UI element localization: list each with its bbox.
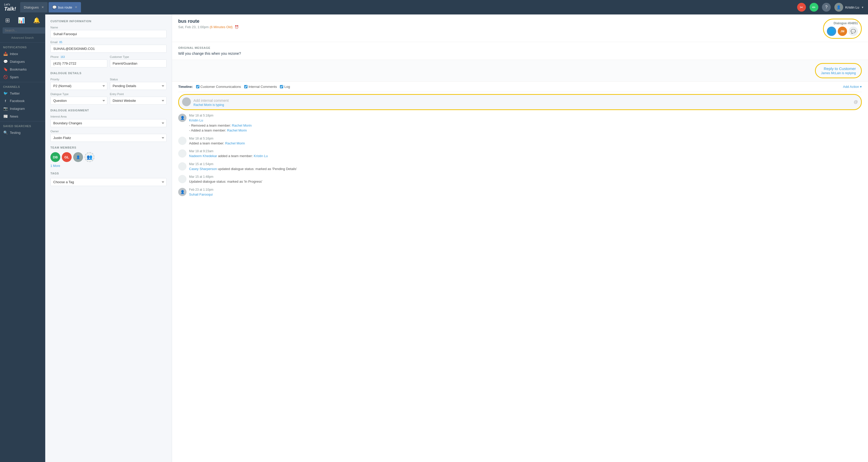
entry-time: Mar 15 at 1:54pm	[189, 162, 862, 166]
entry-time: Mar 15 at 1:48pm	[189, 175, 862, 178]
phone-input[interactable]	[51, 59, 107, 67]
scissors-icon[interactable]: ✂	[797, 3, 806, 12]
interest-area-select[interactable]: Boundary Changes	[51, 119, 166, 127]
sidebar-item-instagram[interactable]: 📷 Instagram	[0, 105, 45, 112]
filter-log[interactable]: Log	[280, 85, 290, 89]
dialogue-badge-globe[interactable]: 🌐	[827, 27, 836, 36]
tab-dialogues[interactable]: Dialogues ✕	[20, 2, 48, 12]
facebook-icon: f	[3, 99, 8, 103]
bookmarks-icon: 🔖	[3, 67, 8, 71]
name-label: Name	[51, 26, 166, 29]
entry-avatar	[178, 175, 186, 183]
dialogue-badge-chat[interactable]: 💬	[848, 27, 858, 36]
entry-content: Mar 15 at 1:48pm Updated dialogue status…	[189, 175, 862, 184]
sidebar-chart-icon[interactable]: 📊	[18, 17, 25, 24]
sidebar-item-bookmarks[interactable]: 🔖 Bookmarks	[0, 65, 45, 73]
sidebar-bell-icon[interactable]: 🔔	[33, 17, 40, 24]
added-member-link[interactable]: Rachel Morin	[227, 128, 247, 132]
sidebar-item-inbox[interactable]: 📥 Inbox	[0, 50, 45, 58]
sidebar-grid-icon[interactable]: ⊞	[5, 17, 10, 24]
owner-label: Owner	[51, 130, 166, 133]
advanced-search-link[interactable]: Advanced Search	[0, 36, 45, 41]
saved-searches-label: Saved Searches	[0, 123, 45, 129]
entry-content: Mar 15 at 1:54pm Casey Sharperson update…	[189, 162, 862, 172]
customer-type-input[interactable]	[110, 59, 167, 67]
entry-author-3[interactable]: Nadeem Khedekar	[189, 154, 217, 158]
status-label: Status	[110, 78, 167, 81]
email-input[interactable]	[51, 45, 166, 53]
sidebar-search-area: 🔍	[0, 25, 45, 36]
entry-author-4[interactable]: Casey Sharperson	[189, 167, 217, 171]
entry-time: Mar 18 at 5:16pm	[189, 137, 862, 140]
topbar: Let'sTalk! Dialogues ✕ 💬 bus route ✕ ✂ ✏…	[0, 0, 868, 14]
dialogue-badge-jm[interactable]: JM	[838, 27, 847, 36]
entry-point-label: Entry Point	[110, 93, 167, 96]
dialogue-meta: Sat, Feb 23, 1:00pm (6 Minutes Old) ⏰	[178, 25, 239, 29]
search-input[interactable]	[3, 27, 45, 34]
close-dialogues-tab[interactable]: ✕	[41, 5, 44, 9]
comment-placeholder[interactable]: Add internal comment	[193, 97, 858, 103]
timeline-entry: 👤 Mar 18 at 5:18pm Kristin Lu - Removed …	[178, 114, 862, 133]
team-member-gl[interactable]: GL	[62, 152, 72, 162]
name-input[interactable]	[51, 30, 166, 38]
entry-author[interactable]: Kristin Lu	[189, 118, 203, 122]
add-team-member-button[interactable]: 👥	[85, 152, 94, 162]
team-members-title: TEAM MEMBERS	[51, 146, 166, 149]
interest-area-group: Interest Area Boundary Changes	[51, 115, 166, 127]
sidebar-item-twitter[interactable]: 🐦 Twitter	[0, 89, 45, 97]
status-select[interactable]: Pending Details	[110, 82, 167, 90]
at-mention-icon[interactable]: @	[854, 100, 858, 104]
entry-content: Mar 18 at 5:18pm Kristin Lu - Removed a …	[189, 114, 862, 133]
reply-area: Reply to Customer James McLain is replyi…	[172, 60, 868, 81]
added-member-link-3[interactable]: Kristin Lu	[254, 154, 268, 158]
testing-icon: 🔍	[3, 131, 8, 135]
filter-log-checkbox[interactable]	[280, 85, 283, 88]
tags-select[interactable]: Choose a Tag	[51, 178, 166, 186]
team-member-db[interactable]: DB	[51, 152, 60, 162]
entry-line-1: - Removed a team member: Rachel Morin	[189, 124, 252, 127]
entry-avatar: 👤	[178, 188, 186, 196]
entry-text: Nadeem Khedekar added a team member: Kri…	[189, 154, 862, 159]
dialogue-type-select[interactable]: Question	[51, 97, 107, 105]
pencil-icon[interactable]: ✏	[810, 3, 818, 12]
more-team-members-link[interactable]: 1 More	[51, 164, 166, 168]
filter-internal-comments[interactable]: Internal Comments	[244, 85, 277, 89]
entry-author-6[interactable]: Suhail Farooqui	[189, 193, 213, 196]
sidebar-item-facebook[interactable]: f Facebook	[0, 97, 45, 105]
added-member-link-2[interactable]: Rachel Morin	[225, 141, 245, 145]
filter-customer-comms[interactable]: Customer Communications	[196, 85, 241, 89]
tab-dialogues-label: Dialogues	[24, 5, 39, 9]
filter-internal-comments-checkbox[interactable]	[244, 85, 248, 88]
filter-customer-comms-checkbox[interactable]	[196, 85, 199, 88]
inbox-label: Inbox	[10, 52, 18, 56]
team-members-row: DB GL 👤 👥	[51, 152, 166, 162]
team-member-unknown[interactable]: 👤	[73, 152, 83, 162]
sidebar-item-testing[interactable]: 🔍 Testing	[0, 129, 45, 136]
spam-label: Spam	[10, 75, 19, 79]
sidebar-item-news[interactable]: 📰 News	[0, 112, 45, 120]
timeline-entry: Mar 18 at 9:23am Nadeem Khedekar added a…	[178, 150, 862, 159]
sidebar-item-spam[interactable]: 🚫 Spam	[0, 73, 45, 81]
facebook-label: Facebook	[10, 99, 25, 103]
entry-point-select[interactable]: District Website	[110, 97, 167, 105]
original-message-text: Will you change this when you rezone?	[178, 52, 862, 56]
dialogue-number: Dialogue #04851	[827, 22, 858, 25]
tab-bus-route-label: bus route	[58, 5, 72, 9]
owner-select[interactable]: Justin Flaitz	[51, 134, 166, 142]
timeline-area: Timeline: Customer Communications Intern…	[172, 81, 868, 462]
sidebar-item-dialogues[interactable]: 💬 Dialogues	[0, 58, 45, 65]
tab-bus-route[interactable]: 💬 bus route ✕	[49, 2, 81, 12]
dialogue-type-label: Dialogue Type	[51, 93, 107, 96]
user-avatar: 👤	[834, 3, 843, 12]
testing-label: Testing	[10, 131, 21, 135]
help-icon[interactable]: ?	[822, 3, 831, 12]
right-content: bus route Sat, Feb 23, 1:00pm (6 Minutes…	[172, 14, 868, 462]
close-bus-route-tab[interactable]: ✕	[75, 5, 78, 9]
timeline-entry: Mar 15 at 1:54pm Casey Sharperson update…	[178, 162, 862, 172]
reply-to-customer-button[interactable]: Reply to Customer	[821, 66, 856, 71]
add-action-button[interactable]: Add Action ▾	[843, 85, 862, 89]
user-menu[interactable]: 👤 Kristin Lu ▼	[834, 3, 864, 12]
priority-select[interactable]: P2 (Normal)	[51, 82, 107, 90]
entry-text: Casey Sharperson updated dialogue status…	[189, 166, 862, 172]
removed-member-link[interactable]: Rachel Morin	[232, 124, 252, 127]
